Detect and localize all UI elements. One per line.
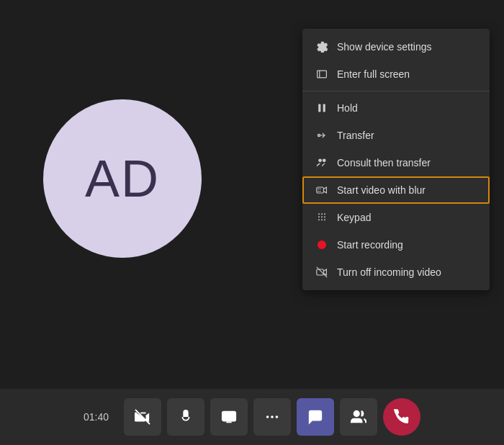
context-menu: Show device settings Enter full screen H… [302,29,490,290]
no-video-icon [315,266,328,279]
chat-button[interactable] [297,398,334,436]
svg-point-5 [323,158,326,162]
svg-rect-6 [317,187,324,193]
svg-point-21 [271,415,274,418]
keypad-icon [315,211,328,224]
menu-label-hold: Hold [337,102,358,114]
call-area: AD Show device settings Enter full scree… [0,0,504,389]
menu-item-consult-then-transfer[interactable]: Consult then transfer [302,149,490,176]
svg-point-10 [318,216,320,217]
transfer-icon [315,129,328,142]
svg-point-15 [324,219,325,220]
svg-point-14 [321,219,323,220]
participants-button[interactable] [340,398,377,436]
menu-item-keypad[interactable]: Keypad [302,204,490,231]
menu-item-enter-full-screen[interactable]: Enter full screen [302,60,490,88]
svg-point-9 [324,213,325,215]
svg-point-20 [266,415,269,418]
menu-item-hold[interactable]: Hold [302,94,490,122]
fullscreen-icon [315,68,328,81]
consult-transfer-icon [315,156,328,169]
menu-label-show-device-settings: Show device settings [337,41,432,53]
menu-item-start-recording[interactable]: Start recording [302,231,490,259]
menu-label-start-recording: Start recording [337,239,403,251]
avatar-initials: AD [85,149,160,208]
svg-rect-0 [318,71,327,78]
pause-icon [315,102,328,114]
menu-label-turn-off-incoming-video: Turn off incoming video [337,266,441,278]
end-call-button[interactable] [383,398,420,436]
avatar: AD [43,99,202,258]
menu-item-transfer[interactable]: Transfer [302,122,490,149]
svg-point-12 [324,216,325,217]
video-blur-icon [315,184,328,197]
svg-point-13 [318,219,320,220]
menu-label-start-video-blur: Start video with blur [337,184,426,196]
toolbar: 01:40 [0,389,504,445]
svg-point-8 [321,213,323,215]
share-screen-button[interactable] [210,398,248,436]
menu-label-transfer: Transfer [337,130,374,141]
svg-rect-2 [323,104,325,112]
svg-point-23 [354,411,359,416]
menu-item-start-video-blur[interactable]: Start video with blur [302,176,490,204]
menu-label-enter-full-screen: Enter full screen [337,68,410,80]
menu-item-turn-off-incoming-video[interactable]: Turn off incoming video [302,259,490,286]
menu-item-show-device-settings[interactable]: Show device settings [302,33,490,60]
menu-label-keypad: Keypad [337,212,371,223]
call-timer: 01:40 [84,411,112,423]
menu-label-consult-then-transfer: Consult then transfer [337,157,431,168]
more-options-button[interactable] [253,398,291,436]
svg-rect-1 [318,104,320,112]
svg-point-7 [318,213,320,215]
record-icon [315,238,328,251]
svg-point-11 [321,216,323,217]
divider-1 [302,91,490,91]
camera-off-button[interactable] [124,398,161,436]
mute-button[interactable] [167,398,204,436]
avatar-area: AD [43,99,202,258]
svg-point-4 [318,158,322,162]
svg-point-22 [276,415,279,418]
gear-icon [315,40,328,53]
svg-line-17 [317,267,327,277]
